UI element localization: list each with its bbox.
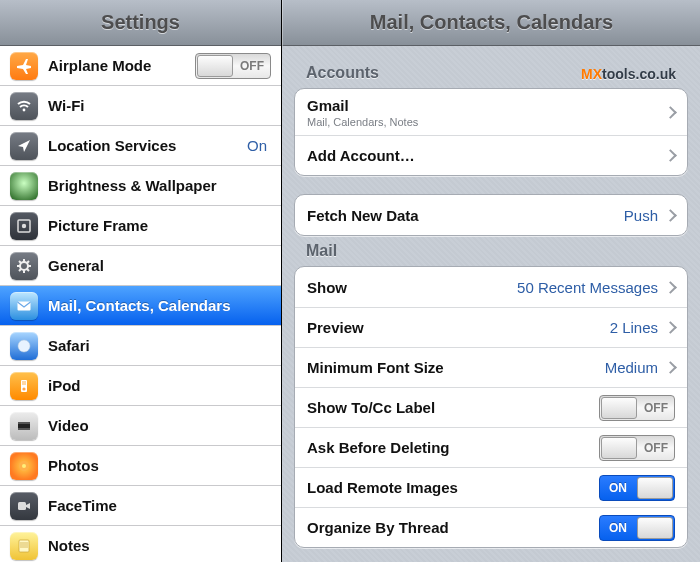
thread-toggle[interactable]: ON: [599, 515, 675, 541]
chevron-right-icon: [664, 321, 677, 334]
sidebar-item-location[interactable]: Location Services On: [0, 126, 281, 166]
sidebar-item-label: Mail, Contacts, Calendars: [48, 297, 271, 314]
sidebar-item-safari[interactable]: Safari: [0, 326, 281, 366]
toggle-text: ON: [600, 481, 636, 495]
toggle-text: OFF: [234, 59, 270, 73]
fetch-cell[interactable]: Fetch New Data Push: [295, 195, 687, 235]
cell-title: Preview: [307, 319, 610, 336]
svg-point-5: [18, 340, 30, 352]
sidebar-item-label: iPod: [48, 377, 271, 394]
cell-subtitle: Mail, Calendars, Notes: [307, 116, 666, 128]
mail-icon: [10, 292, 38, 320]
toggle-text: OFF: [638, 441, 674, 455]
sidebar-item-facetime[interactable]: FaceTime: [0, 486, 281, 526]
cell-value: 50 Recent Messages: [517, 279, 658, 296]
detail-pane: Mail, Contacts, Calendars Accounts MXtoo…: [282, 0, 700, 562]
toggle-knob: [637, 517, 673, 539]
fetch-group: Fetch New Data Push: [294, 194, 688, 236]
chevron-right-icon: [664, 361, 677, 374]
cell-title: Add Account…: [307, 147, 666, 164]
sidebar-item-label: General: [48, 257, 271, 274]
mail-cell-ask-delete[interactable]: Ask Before Deleting OFF: [295, 427, 687, 467]
app-root: Settings Airplane Mode OFF Wi-Fi: [0, 0, 700, 562]
sidebar-item-notes[interactable]: Notes: [0, 526, 281, 562]
toggle-text: ON: [600, 521, 636, 535]
toggle-knob: [197, 55, 233, 77]
svg-rect-11: [18, 428, 30, 430]
cell-title: Show: [307, 279, 517, 296]
svg-point-3: [20, 262, 28, 270]
chevron-right-icon: [664, 281, 677, 294]
cell-title: Fetch New Data: [307, 207, 624, 224]
sidebar-item-airplane[interactable]: Airplane Mode OFF: [0, 46, 281, 86]
svg-rect-15: [19, 540, 29, 552]
location-icon: [10, 132, 38, 160]
section-label-text: Mail: [306, 242, 337, 260]
sidebar-item-ipod[interactable]: iPod: [0, 366, 281, 406]
chevron-right-icon: [664, 106, 677, 119]
mail-group: Show 50 Recent Messages Preview 2 Lines …: [294, 266, 688, 548]
brand-rest: tools.co.uk: [602, 66, 676, 82]
photos-icon: [10, 452, 38, 480]
cell-value: Medium: [605, 359, 658, 376]
chevron-right-icon: [664, 209, 677, 222]
mail-cell-remote-images[interactable]: Load Remote Images ON: [295, 467, 687, 507]
sidebar-item-general[interactable]: General: [0, 246, 281, 286]
mail-cell-show[interactable]: Show 50 Recent Messages: [295, 267, 687, 307]
cell-title: Load Remote Images: [307, 479, 599, 496]
cell-title: Organize By Thread: [307, 519, 599, 536]
sidebar-item-value: On: [247, 137, 267, 154]
sidebar-item-picture-frame[interactable]: Picture Frame: [0, 206, 281, 246]
mail-cell-preview[interactable]: Preview 2 Lines: [295, 307, 687, 347]
sidebar-item-brightness[interactable]: Brightness & Wallpaper: [0, 166, 281, 206]
cell-label: Gmail Mail, Calendars, Notes: [307, 97, 666, 128]
notes-icon: [10, 532, 38, 560]
sidebar-item-label: Wi-Fi: [48, 97, 271, 114]
section-label-accounts: Accounts MXtools.co.uk: [294, 58, 688, 88]
tocc-toggle[interactable]: OFF: [599, 395, 675, 421]
cell-title: Ask Before Deleting: [307, 439, 599, 456]
mail-cell-thread[interactable]: Organize By Thread ON: [295, 507, 687, 547]
sidebar-list: Airplane Mode OFF Wi-Fi Location Service…: [0, 46, 281, 562]
cell-value: Push: [624, 207, 658, 224]
picture-frame-icon: [10, 212, 38, 240]
svg-point-2: [22, 223, 26, 227]
brand-watermark: MXtools.co.uk: [581, 66, 676, 82]
sidebar-item-label: Photos: [48, 457, 271, 474]
brand-mx: MX: [581, 66, 602, 82]
cell-value: 2 Lines: [610, 319, 658, 336]
mail-cell-font-size[interactable]: Minimum Font Size Medium: [295, 347, 687, 387]
airplane-toggle[interactable]: OFF: [195, 53, 271, 79]
sidebar-item-label: Location Services: [48, 137, 247, 154]
account-cell-gmail[interactable]: Gmail Mail, Calendars, Notes: [295, 89, 687, 135]
remote-images-toggle[interactable]: ON: [599, 475, 675, 501]
sidebar-item-photos[interactable]: Photos: [0, 446, 281, 486]
sidebar-item-label: Picture Frame: [48, 217, 271, 234]
cell-title: Show To/Cc Label: [307, 399, 599, 416]
toggle-text: OFF: [638, 401, 674, 415]
sidebar-item-video[interactable]: Video: [0, 406, 281, 446]
svg-point-13: [22, 464, 26, 468]
general-icon: [10, 252, 38, 280]
sidebar-item-label: Safari: [48, 337, 271, 354]
ipod-icon: [10, 372, 38, 400]
svg-rect-14: [18, 502, 26, 510]
svg-rect-10: [18, 422, 30, 424]
mail-cell-tocc[interactable]: Show To/Cc Label OFF: [295, 387, 687, 427]
sidebar-item-label: Airplane Mode: [48, 57, 195, 74]
sidebar-item-wifi[interactable]: Wi-Fi: [0, 86, 281, 126]
detail-body[interactable]: Accounts MXtools.co.uk Gmail Mail, Calen…: [282, 46, 700, 562]
ask-delete-toggle[interactable]: OFF: [599, 435, 675, 461]
video-icon: [10, 412, 38, 440]
airplane-icon: [10, 52, 38, 80]
accounts-group: Gmail Mail, Calendars, Notes Add Account…: [294, 88, 688, 176]
facetime-icon: [10, 492, 38, 520]
wifi-icon: [10, 92, 38, 120]
cell-title: Minimum Font Size: [307, 359, 605, 376]
toggle-knob: [601, 437, 637, 459]
account-cell-add[interactable]: Add Account…: [295, 135, 687, 175]
toggle-knob: [601, 397, 637, 419]
svg-point-0: [23, 108, 26, 111]
sidebar-item-label: FaceTime: [48, 497, 271, 514]
sidebar-item-mail[interactable]: Mail, Contacts, Calendars: [0, 286, 281, 326]
